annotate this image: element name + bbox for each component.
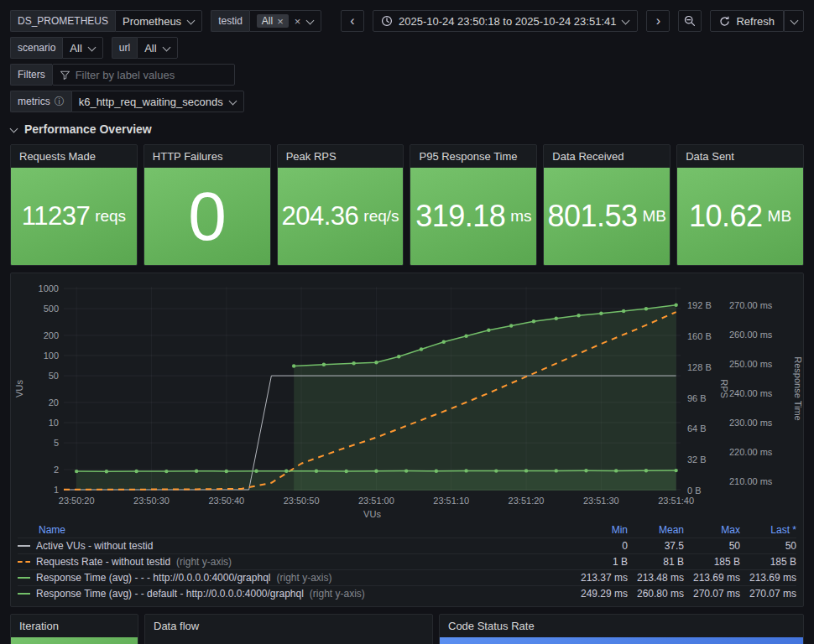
legend-col-mean[interactable]: Mean: [628, 524, 684, 536]
svg-text:RPS: RPS: [719, 379, 729, 398]
panel-title[interactable]: HTTP Failures: [144, 145, 270, 168]
panel-title[interactable]: P95 Response Time: [410, 145, 536, 168]
panel-p95-response-time: P95 Response Time 319.18 ms: [410, 144, 537, 266]
svg-text:64 B: 64 B: [687, 423, 707, 434]
timeseries-chart[interactable]: 12510205010020050010000 B32 B64 B96 B128…: [11, 277, 803, 522]
panel-title[interactable]: Data Sent: [677, 145, 803, 168]
svg-text:160 B: 160 B: [687, 331, 712, 341]
chevron-down-icon: [622, 18, 629, 25]
clear-all-icon[interactable]: ×: [295, 16, 301, 27]
refresh-button-group: Refresh: [710, 10, 804, 32]
chevron-down-icon: [791, 18, 798, 25]
svg-text:250.00 ms: 250.00 ms: [729, 359, 773, 369]
testid-select[interactable]: All × ×: [249, 10, 322, 32]
dashboard-controls-row-3: Filters: [10, 64, 804, 86]
series-label[interactable]: Active VUs - without testid: [36, 540, 153, 552]
panel-requests-made: Requests Made 11237 reqs: [10, 144, 138, 266]
svg-text:1: 1: [54, 485, 59, 495]
stat-value-area: 801.53 MB: [544, 168, 670, 265]
filter-input[interactable]: [76, 69, 227, 81]
legend-row-requests-rate[interactable]: Requests Rate - without testid (right y-…: [18, 553, 796, 569]
legend-col-last[interactable]: Last *: [740, 524, 796, 536]
testid-selected-tag[interactable]: All ×: [257, 14, 289, 28]
info-icon[interactable]: ⓘ: [55, 95, 65, 109]
url-select[interactable]: All: [137, 37, 177, 59]
refresh-interval-dropdown[interactable]: [784, 10, 804, 32]
url-variable: url All: [112, 37, 178, 59]
panel-data-flow: Data flow: [144, 614, 433, 644]
legend-max: 213.69 ms: [684, 572, 740, 584]
datasource-picker[interactable]: Prometheus: [115, 10, 202, 32]
testid-tag-value: All: [262, 15, 273, 27]
magnifier-minus-icon: [684, 15, 696, 27]
refresh-button[interactable]: Refresh: [710, 10, 784, 32]
panel-title[interactable]: Data flow: [145, 615, 432, 637]
series-label[interactable]: Requests Rate - without testid: [36, 556, 170, 568]
legend-row-name: Active VUs - without testid: [18, 540, 571, 552]
svg-text:10: 10: [49, 418, 59, 428]
legend-row-response-time-1[interactable]: Response Time (avg) - - - http://0.0.0.0…: [18, 569, 796, 585]
legend-mean: 37.5: [628, 540, 684, 552]
legend-row-active-vus[interactable]: Active VUs - without testid 0 37.5 50 50: [18, 538, 796, 553]
testid-variable: testid All × ×: [211, 10, 321, 32]
time-range-picker[interactable]: 2025-10-24 23:50:18 to 2025-10-24 23:51:…: [373, 10, 639, 32]
legend-last: 185 B: [740, 556, 796, 568]
legend-header: Name Min Mean Max Last *: [18, 522, 796, 538]
panel-title[interactable]: Requests Made: [11, 145, 137, 168]
svg-text:230.00 ms: 230.00 ms: [729, 418, 773, 428]
url-select-value: All: [144, 42, 156, 55]
adhoc-filters: Filters: [10, 64, 235, 86]
filters-input-box[interactable]: [52, 64, 235, 86]
time-shift-forward-button[interactable]: ›: [646, 10, 670, 32]
svg-text:2: 2: [54, 465, 59, 475]
svg-text:5: 5: [54, 438, 59, 448]
stat-unit: MB: [768, 207, 792, 226]
datasource-picker-value: Prometheus: [123, 15, 181, 28]
panel-title[interactable]: Code Status Rate: [440, 615, 803, 637]
time-shift-back-button[interactable]: ‹: [341, 10, 364, 32]
chevron-down-icon: [163, 44, 170, 52]
svg-text:100: 100: [44, 351, 59, 361]
series-axis-note: (right y-axis): [176, 556, 232, 568]
stat-value-area: 319.18 ms: [410, 168, 536, 265]
panel-data-sent: Data Sent 10.62 MB: [676, 144, 804, 266]
series-label[interactable]: Response Time (avg) - - default - http:/…: [36, 588, 304, 600]
series-label[interactable]: Response Time (avg) - - - http://0.0.0.0…: [36, 572, 270, 584]
refresh-icon: [719, 16, 730, 27]
bottom-panels-row: Iteration Data flow Code Status Rate: [10, 614, 804, 644]
panel-data-received: Data Received 801.53 MB: [543, 144, 671, 266]
legend-mean: 81 B: [628, 556, 684, 568]
metrics-select[interactable]: k6_http_req_waiting_seconds: [71, 91, 244, 112]
svg-text:50: 50: [49, 371, 59, 381]
datasource-variable: DS_PROMETHEUS Prometheus: [10, 10, 202, 32]
legend-col-name[interactable]: Name: [18, 524, 571, 536]
svg-text:23:50:20: 23:50:20: [59, 496, 95, 506]
legend-min: 213.37 ms: [571, 572, 628, 584]
panel-title[interactable]: Peak RPS: [278, 145, 404, 168]
stat-value-area: 0: [144, 168, 270, 265]
legend-col-max[interactable]: Max: [684, 524, 740, 536]
url-variable-label: url: [112, 37, 137, 59]
svg-text:Response Time: Response Time: [793, 356, 803, 420]
svg-text:23:51:10: 23:51:10: [433, 496, 469, 506]
legend-row-response-time-2[interactable]: Response Time (avg) - - default - http:/…: [18, 585, 796, 601]
legend-mean: 213.48 ms: [628, 572, 684, 584]
panel-title[interactable]: Iteration: [11, 615, 138, 637]
svg-text:192 B: 192 B: [687, 300, 712, 310]
svg-text:VUs: VUs: [363, 509, 381, 519]
scenario-select[interactable]: All: [62, 37, 102, 59]
svg-text:240.00 ms: 240.00 ms: [729, 388, 773, 398]
stat-value: 801.53: [547, 199, 637, 234]
grafana-dashboard: DS_PROMETHEUS Prometheus testid All × × …: [0, 0, 814, 644]
stat-value-area: [11, 637, 138, 644]
row-performance-overview[interactable]: Performance Overview: [10, 122, 804, 136]
zoom-out-time-button[interactable]: [678, 10, 702, 32]
refresh-label: Refresh: [736, 15, 775, 28]
stat-value: 319.18: [415, 199, 505, 234]
remove-tag-icon[interactable]: ×: [277, 16, 284, 27]
svg-text:23:50:40: 23:50:40: [208, 496, 244, 506]
legend-col-min[interactable]: Min: [571, 524, 628, 536]
legend-min: 1 B: [571, 556, 628, 568]
legend-row-name: Response Time (avg) - - - http://0.0.0.0…: [18, 572, 571, 584]
panel-title[interactable]: Data Received: [544, 145, 670, 168]
